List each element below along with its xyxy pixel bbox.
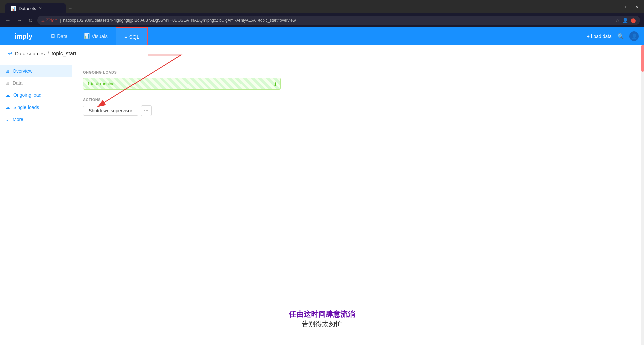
active-tab[interactable]: 📊 Datasets ✕ [5, 3, 66, 13]
url-separator: | [60, 18, 61, 23]
overlay-text: 任由这时间肆意流淌 告别得太匆忙 [289, 309, 355, 328]
load-data-button[interactable]: + Load data [587, 33, 612, 39]
sidebar-item-more[interactable]: ⌄ More [0, 113, 72, 125]
content-area: ↩ Data sources / topic_start ⊞ Overview … [0, 45, 644, 345]
tab-visuals[interactable]: 📊 Visuals [76, 27, 116, 45]
warning-icon: ⚠ [41, 18, 45, 23]
address-bar: ← → ↻ ⚠ 不安全 | hadoop102:9095/datasets/N4… [0, 13, 644, 27]
sidebar-item-data[interactable]: ⊞ Data [0, 77, 72, 89]
overlay-line2: 告别得太匆忙 [289, 319, 355, 328]
sql-tab-icon: ≡ [124, 34, 127, 39]
bookmark-icon[interactable]: ☆ [615, 18, 620, 23]
browser-chrome: 📊 Datasets ✕ + − □ ✕ [0, 0, 644, 13]
ongoing-loads-section-label: ONGOING LOADS [83, 70, 633, 74]
address-input-wrapper[interactable]: ⚠ 不安全 | hadoop102:9095/datasets/N4lgdghg… [37, 16, 640, 25]
sidebar: ⊞ Overview ⊞ Data ☁ Ongoing load ☁ Singl… [0, 62, 72, 345]
nav-tabs: ⊞ Data 📊 Visuals ≡ SQL [43, 27, 148, 45]
sql-tab-label: SQL [129, 34, 139, 40]
address-bar-icons: ☆ 👤 ⬤ [615, 18, 636, 23]
sidebar-item-label-overview: Overview [13, 68, 32, 74]
scrollbar-thumb[interactable] [641, 45, 644, 72]
task-running-text: 1 task running [87, 81, 115, 86]
new-tab-button[interactable]: + [66, 3, 75, 13]
overlay-line1: 任由这时间肆意流淌 [289, 309, 355, 319]
inner-layout: ⊞ Overview ⊞ Data ☁ Ongoing load ☁ Singl… [0, 62, 644, 345]
sidebar-item-label-data: Data [13, 80, 23, 86]
forward-button[interactable]: → [15, 16, 23, 25]
maximize-button[interactable]: □ [620, 4, 628, 10]
action-buttons: Shutdown supervisor ··· [83, 105, 633, 116]
tab-close-button[interactable]: ✕ [39, 6, 42, 11]
info-icon[interactable]: ℹ [274, 81, 276, 87]
sidebar-item-ongoing-load[interactable]: ☁ Ongoing load [0, 89, 72, 101]
main-container: ↩ Data sources / topic_start ⊞ Overview … [0, 45, 644, 345]
back-button[interactable]: ← [4, 16, 12, 25]
right-scrollbar [641, 45, 644, 345]
tab-title: Datasets [19, 6, 36, 11]
header-right: + Load data 🔍 👤 [587, 31, 644, 41]
sidebar-item-label-single: Single loads [13, 105, 39, 110]
sidebar-item-label-ongoing: Ongoing load [13, 92, 41, 98]
app-logo: imply [15, 32, 32, 40]
sidebar-item-single-loads[interactable]: ☁ Single loads [0, 101, 72, 113]
more-chevron-icon: ⌄ [5, 117, 9, 122]
tab-bar: 📊 Datasets ✕ + [5, 0, 75, 13]
visuals-tab-icon: 📊 [84, 33, 90, 39]
ongoing-load-icon: ☁ [5, 92, 10, 98]
single-loads-icon: ☁ [5, 105, 10, 110]
breadcrumb-back-button[interactable]: ↩ [8, 50, 12, 57]
breadcrumb-parent: Data sources [15, 51, 45, 56]
progress-bar-container: 1 task running ℹ [83, 78, 281, 90]
app-header: ☰ imply ⊞ Data 📊 Visuals ≡ SQL + Load da… [0, 27, 644, 45]
page-content: ONGOING LOADS 1 task running ℹ ACTIONS S… [72, 62, 644, 345]
breadcrumb-separator: / [47, 51, 49, 57]
tab-sql[interactable]: ≡ SQL [116, 27, 148, 45]
window-controls: − □ ✕ [608, 4, 641, 10]
tab-data[interactable]: ⊞ Data [43, 27, 76, 45]
data-icon: ⊞ [5, 80, 9, 86]
data-tab-icon: ⊞ [51, 33, 55, 39]
sidebar-item-overview[interactable]: ⊞ Overview [0, 65, 72, 77]
close-button[interactable]: ✕ [632, 4, 641, 10]
breadcrumb-current: topic_start [52, 51, 76, 57]
warning-text: 不安全 [46, 18, 58, 23]
visuals-tab-label: Visuals [92, 33, 108, 39]
shutdown-supervisor-button[interactable]: Shutdown supervisor [83, 106, 138, 116]
tab-favicon: 📊 [11, 6, 16, 11]
minimize-button[interactable]: − [608, 4, 616, 10]
extension-icon[interactable]: ⬤ [631, 18, 636, 23]
breadcrumb: ↩ Data sources / topic_start [0, 45, 644, 62]
hamburger-menu[interactable]: ☰ [5, 32, 11, 40]
refresh-button[interactable]: ↻ [27, 16, 34, 25]
url-text: hadoop102:9095/datasets/N4lgdghgtgpiBcIA… [63, 18, 296, 23]
security-warning: ⚠ 不安全 [41, 18, 58, 23]
data-tab-label: Data [57, 33, 68, 39]
more-actions-button[interactable]: ··· [141, 105, 152, 116]
user-avatar[interactable]: 👤 [629, 31, 639, 41]
overview-icon: ⊞ [5, 68, 9, 74]
sidebar-item-label-more: More [13, 117, 23, 122]
actions-section-label: ACTIONS [83, 98, 633, 102]
search-icon[interactable]: 🔍 [617, 33, 624, 40]
actions-section: ACTIONS Shutdown supervisor ··· [83, 98, 633, 116]
profile-icon[interactable]: 👤 [622, 18, 628, 23]
